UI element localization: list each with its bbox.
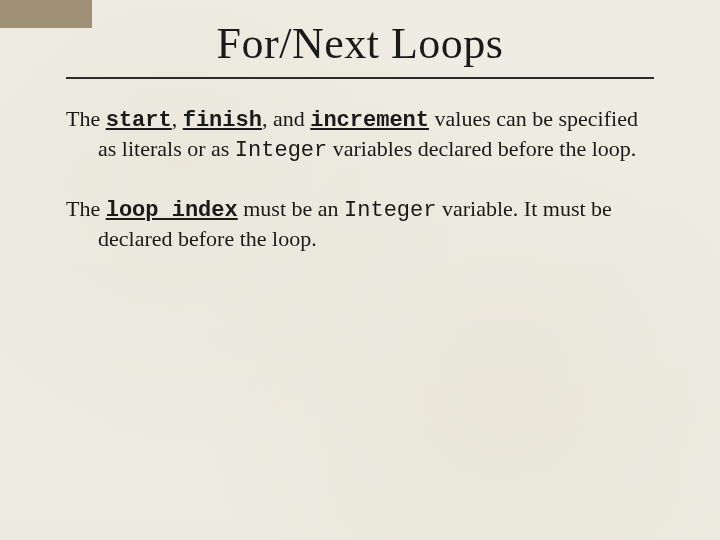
keyword-start: start [106,108,172,133]
code-integer-2: Integer [344,198,436,223]
slide: For/Next Loops The start, finish, and in… [0,0,720,540]
paragraph-1: The start, finish, and increment values … [66,105,654,165]
p1-sep1: , [172,106,183,131]
p1-sep2: , and [262,106,310,131]
keyword-loop-index: loop index [106,198,238,223]
paragraph-2: The loop index must be an Integer variab… [66,195,654,253]
p2-mid: must be an [238,196,344,221]
p1-lead: The [66,106,106,131]
p2-lead: The [66,196,106,221]
keyword-increment: increment [310,108,429,133]
code-integer-1: Integer [235,138,327,163]
p1-tail: variables declared before the loop. [327,136,636,161]
title-rule [66,77,654,79]
keyword-finish: finish [183,108,262,133]
page-title: For/Next Loops [66,18,654,69]
